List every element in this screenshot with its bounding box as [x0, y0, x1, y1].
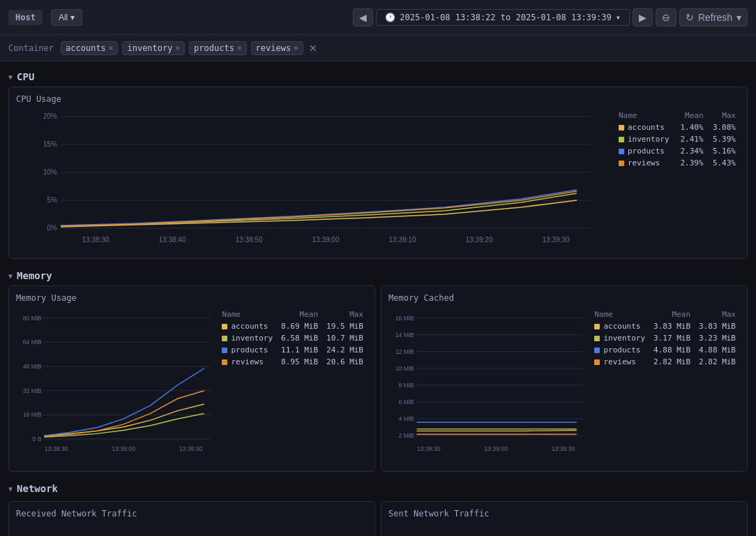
zoom-out-button[interactable]: ⊖ — [656, 8, 676, 27]
svg-text:10 MiB: 10 MiB — [395, 365, 414, 372]
legend-mean-cell: 2.41% — [675, 133, 707, 145]
svg-text:13:39:30: 13:39:30 — [543, 236, 570, 244]
svg-text:13:39:10: 13:39:10 — [389, 236, 416, 244]
svg-text:13:39:30: 13:39:30 — [552, 445, 575, 452]
legend-mean-cell: 2.82 MiB — [649, 356, 695, 368]
svg-text:0 B: 0 B — [33, 436, 42, 442]
memory-cached-title: Memory Cached — [388, 293, 740, 303]
memory-section-header[interactable]: ▼ Memory — [8, 266, 748, 285]
legend-mean-cell: 11.1 MiB — [277, 344, 322, 356]
tag-reviews-label: reviews — [256, 43, 292, 53]
legend-row: reviews 2.82 MiB 2.82 MiB — [590, 356, 740, 368]
legend-color-dot — [594, 324, 600, 329]
legend-color-dot — [594, 359, 600, 365]
network-section-header[interactable]: ▼ Network — [8, 479, 748, 498]
memory-usage-legend: Name Mean Max accounts 8.69 MiB 19.5 MiB — [218, 308, 368, 464]
legend-row: inventory 6.58 MiB 10.7 MiB — [218, 332, 368, 344]
cpu-charts-grid: CPU Usage 20% 15% 10 — [8, 87, 748, 259]
legend-name-text: inventory — [231, 334, 273, 343]
legend-name-text: accounts — [628, 123, 665, 132]
legend-name-text: products — [628, 147, 665, 156]
legend-name-text: products — [603, 345, 640, 355]
legend-max-cell: 4.88 MiB — [695, 344, 740, 356]
svg-text:10%: 10% — [43, 168, 57, 176]
tag-inventory[interactable]: inventory ✕ — [122, 41, 185, 55]
tag-products-label: products — [194, 43, 234, 53]
time-navigation: ◀ 🕐 2025-01-08 13:38:22 to 2025-01-08 13… — [353, 8, 748, 27]
legend-row: accounts 3.83 MiB 3.83 MiB — [590, 320, 740, 332]
time-range[interactable]: 🕐 2025-01-08 13:38:22 to 2025-01-08 13:3… — [376, 9, 630, 26]
memory-usage-panel: Memory Usage 80 MiB 64 MiB 48 MiB — [8, 285, 375, 472]
all-button[interactable]: All ▾ — [51, 9, 82, 26]
svg-text:13:39:30: 13:39:30 — [179, 445, 203, 452]
cpu-section-header[interactable]: ▼ CPU — [8, 67, 748, 87]
legend-name-header: Name — [218, 308, 277, 320]
next-button[interactable]: ▶ — [633, 8, 653, 27]
legend-name-text: products — [231, 345, 268, 355]
received-traffic-title: Received Network Traffic — [16, 509, 368, 519]
memory-usage-svg-wrapper: 80 MiB 64 MiB 48 MiB 32 MiB 16 MiB 0 B 1… — [16, 308, 211, 464]
svg-text:8 MiB: 8 MiB — [398, 382, 414, 389]
memory-cached-legend-table: Name Mean Max accounts 3.83 MiB 3.83 MiB — [590, 308, 740, 368]
legend-name-cell: products — [218, 344, 277, 356]
legend-color-dot — [594, 348, 600, 353]
svg-text:13:38:40: 13:38:40 — [159, 236, 186, 244]
svg-text:80 MiB: 80 MiB — [23, 315, 42, 322]
svg-text:0%: 0% — [47, 224, 58, 232]
tag-accounts[interactable]: accounts ✕ — [61, 41, 118, 55]
tag-products[interactable]: products ✕ — [189, 41, 246, 55]
legend-mean-cell: 3.83 MiB — [649, 320, 695, 332]
svg-text:32 MiB: 32 MiB — [23, 387, 42, 394]
svg-text:13:39:00: 13:39:00 — [484, 445, 508, 452]
legend-name-text: inventory — [628, 135, 670, 144]
refresh-button[interactable]: ↻ Refresh ▾ — [679, 8, 748, 27]
legend-mean-cell: 4.88 MiB — [649, 344, 695, 356]
svg-text:13:38:50: 13:38:50 — [236, 236, 263, 244]
svg-text:13:38:30: 13:38:30 — [82, 236, 109, 244]
legend-name-cell: inventory — [614, 133, 675, 145]
memory-section: ▼ Memory Memory Usage 80 — [8, 266, 748, 472]
legend-max-header: Max — [695, 308, 740, 320]
memory-section-label: Memory — [17, 270, 52, 281]
legend-color-dot — [594, 336, 600, 341]
legend-mean-header: Mean — [675, 110, 707, 121]
legend-max-header: Max — [322, 308, 368, 320]
memory-usage-svg: 80 MiB 64 MiB 48 MiB 32 MiB 16 MiB 0 B 1… — [16, 308, 211, 462]
legend-max-cell: 10.7 MiB — [322, 332, 368, 344]
tag-reviews[interactable]: reviews ✕ — [251, 41, 303, 55]
svg-text:20%: 20% — [43, 112, 57, 120]
memory-cached-panel: Memory Cached 16 MiB — [381, 285, 748, 472]
memory-cached-svg: 16 MiB 14 MiB 12 MiB 10 MiB 8 MiB 6 MiB … — [388, 308, 583, 462]
legend-name-cell: accounts — [218, 320, 277, 332]
legend-name-cell: inventory — [590, 332, 649, 344]
cpu-chart-area: 20% 15% 10% 5% 0% 13:38:30 13:38:40 13:3… — [16, 110, 740, 251]
all-label: All — [59, 13, 68, 22]
clear-filters-button[interactable]: ✕ — [309, 43, 317, 54]
legend-max-cell: 24.2 MiB — [322, 344, 368, 356]
sent-traffic-panel: Sent Network Traffic — [381, 501, 748, 536]
legend-row: inventory 2.41% 5.39% — [614, 133, 740, 145]
tag-accounts-close[interactable]: ✕ — [109, 43, 114, 52]
svg-text:4 MiB: 4 MiB — [398, 415, 414, 422]
memory-charts-grid: Memory Usage 80 MiB 64 MiB 48 MiB — [8, 285, 748, 472]
svg-text:16 MiB: 16 MiB — [23, 411, 42, 418]
cpu-usage-title: CPU Usage — [16, 94, 740, 104]
legend-row: accounts 1.40% 3.08% — [614, 121, 740, 133]
svg-text:13:39:00: 13:39:00 — [312, 236, 340, 244]
memory-cached-legend: Name Mean Max accounts 3.83 MiB 3.83 MiB — [590, 308, 740, 464]
network-section-label: Network — [17, 483, 58, 494]
memory-usage-legend-table: Name Mean Max accounts 8.69 MiB 19.5 MiB — [218, 308, 368, 368]
header: Host All ▾ ◀ 🕐 2025-01-08 13:38:22 to 20… — [0, 0, 756, 35]
main-content: ▼ CPU CPU Usage 2 — [0, 61, 756, 536]
cpu-legend: Name Mean Max accounts 1.40% 3.08% — [614, 110, 740, 251]
tag-inventory-close[interactable]: ✕ — [175, 43, 180, 52]
legend-name-text: accounts — [231, 322, 268, 331]
tag-products-close[interactable]: ✕ — [237, 43, 242, 52]
cpu-usage-panel: CPU Usage 20% 15% 10 — [8, 87, 748, 259]
prev-button[interactable]: ◀ — [353, 8, 373, 27]
legend-color-dot — [619, 125, 624, 131]
cpu-section-label: CPU — [17, 71, 34, 82]
legend-name-cell: accounts — [590, 320, 649, 332]
legend-max-header: Max — [708, 110, 740, 121]
tag-reviews-close[interactable]: ✕ — [294, 43, 298, 52]
